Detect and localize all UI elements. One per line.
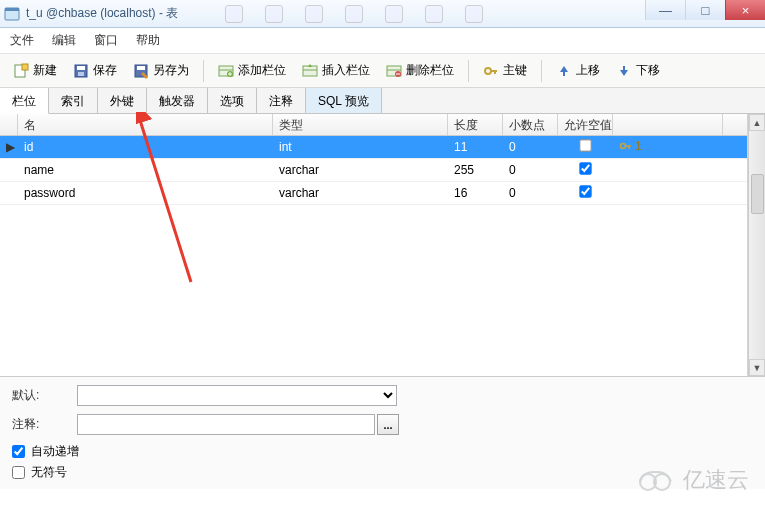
default-label: 默认: bbox=[12, 387, 77, 404]
saveas-label: 另存为 bbox=[153, 62, 189, 79]
tab-fk[interactable]: 外键 bbox=[98, 88, 147, 113]
move-down-button[interactable]: 下移 bbox=[609, 58, 667, 83]
cell-decimals[interactable]: 0 bbox=[503, 184, 558, 202]
add-field-label: 添加栏位 bbox=[238, 62, 286, 79]
allow-null-checkbox[interactable] bbox=[579, 139, 591, 151]
insert-field-label: 插入栏位 bbox=[322, 62, 370, 79]
vertical-scrollbar[interactable]: ▲ ▼ bbox=[748, 114, 765, 376]
move-down-label: 下移 bbox=[636, 62, 660, 79]
key-icon bbox=[483, 63, 499, 79]
menu-help[interactable]: 帮助 bbox=[136, 32, 160, 49]
header-keys[interactable] bbox=[613, 114, 723, 135]
cell-allow-null[interactable] bbox=[558, 137, 613, 157]
key-icon bbox=[619, 139, 633, 153]
unsigned-checkbox[interactable] bbox=[12, 466, 25, 479]
auto-increment-checkbox[interactable] bbox=[12, 445, 25, 458]
tab-options[interactable]: 选项 bbox=[208, 88, 257, 113]
table-row[interactable]: password varchar 16 0 bbox=[0, 182, 747, 205]
cell-type[interactable]: varchar bbox=[273, 184, 448, 202]
svg-rect-5 bbox=[77, 66, 85, 70]
header-type[interactable]: 类型 bbox=[273, 114, 448, 135]
new-icon bbox=[13, 63, 29, 79]
saveas-button[interactable]: 另存为 bbox=[126, 58, 196, 83]
svg-rect-1 bbox=[5, 8, 19, 11]
tab-label: SQL 预览 bbox=[318, 94, 369, 108]
pk-number: 1 bbox=[635, 139, 642, 153]
allow-null-checkbox[interactable] bbox=[579, 185, 591, 197]
cell-decimals[interactable]: 0 bbox=[503, 138, 558, 156]
cell-primary-key[interactable] bbox=[613, 168, 723, 172]
tab-indexes[interactable]: 索引 bbox=[49, 88, 98, 113]
scrollbar-thumb[interactable] bbox=[751, 174, 764, 214]
maximize-button[interactable]: □ bbox=[685, 0, 725, 20]
scroll-up-button[interactable]: ▲ bbox=[749, 114, 765, 131]
row-pointer-icon bbox=[0, 168, 18, 172]
cell-allow-null[interactable] bbox=[558, 160, 613, 180]
comment-input[interactable] bbox=[77, 414, 375, 435]
tab-label: 触发器 bbox=[159, 94, 195, 108]
window-title: t_u @chbase (localhost) - 表 bbox=[26, 5, 178, 22]
svg-point-20 bbox=[485, 68, 491, 74]
tab-fields[interactable]: 栏位 bbox=[0, 88, 49, 114]
tab-sql-preview[interactable]: SQL 预览 bbox=[306, 88, 382, 113]
cell-name[interactable]: password bbox=[18, 184, 273, 202]
new-button[interactable]: 新建 bbox=[6, 58, 64, 83]
separator bbox=[468, 60, 469, 82]
add-field-button[interactable]: 添加栏位 bbox=[211, 58, 293, 83]
watermark: 亿速云 bbox=[637, 465, 749, 495]
svg-rect-3 bbox=[22, 64, 28, 70]
cell-length[interactable]: 255 bbox=[448, 161, 503, 179]
table-row[interactable]: name varchar 255 0 bbox=[0, 159, 747, 182]
close-button[interactable]: × bbox=[725, 0, 765, 20]
comment-more-button[interactable]: ... bbox=[377, 414, 399, 435]
tab-label: 外键 bbox=[110, 94, 134, 108]
fields-table-pane: 名 类型 长度 小数点 允许空值 ( ▶ id int 11 0 1 name … bbox=[0, 114, 765, 377]
primary-key-button[interactable]: 主键 bbox=[476, 58, 534, 83]
scroll-down-button[interactable]: ▼ bbox=[749, 359, 765, 376]
cell-name[interactable]: name bbox=[18, 161, 273, 179]
menu-window[interactable]: 窗口 bbox=[94, 32, 118, 49]
cell-type[interactable]: int bbox=[273, 138, 448, 156]
cell-name[interactable]: id bbox=[18, 138, 273, 156]
move-up-button[interactable]: 上移 bbox=[549, 58, 607, 83]
unsigned-label: 无符号 bbox=[31, 464, 67, 481]
window-buttons: — □ × bbox=[645, 0, 765, 20]
cell-length[interactable]: 11 bbox=[448, 138, 503, 156]
delete-field-icon bbox=[386, 63, 402, 79]
tab-label: 索引 bbox=[61, 94, 85, 108]
cell-decimals[interactable]: 0 bbox=[503, 161, 558, 179]
table-body: ▶ id int 11 0 1 name varchar 255 0 passw… bbox=[0, 136, 747, 376]
tab-triggers[interactable]: 触发器 bbox=[147, 88, 208, 113]
header-length[interactable]: 长度 bbox=[448, 114, 503, 135]
table-row[interactable]: ▶ id int 11 0 1 bbox=[0, 136, 747, 159]
minimize-button[interactable]: — bbox=[645, 0, 685, 20]
tab-label: 栏位 bbox=[12, 94, 36, 108]
menu-edit[interactable]: 编辑 bbox=[52, 32, 76, 49]
primary-key-label: 主键 bbox=[503, 62, 527, 79]
watermark-icon bbox=[637, 467, 677, 493]
menu-file[interactable]: 文件 bbox=[10, 32, 34, 49]
saveas-icon bbox=[133, 63, 149, 79]
header-decimals[interactable]: 小数点 bbox=[503, 114, 558, 135]
header-selector[interactable] bbox=[0, 114, 18, 135]
row-pointer-icon bbox=[0, 191, 18, 195]
delete-field-button[interactable]: 删除栏位 bbox=[379, 58, 461, 83]
allow-null-checkbox[interactable] bbox=[579, 162, 591, 174]
toolbar: 新建 保存 另存为 添加栏位 插入栏位 删除栏位 主键 上移 下移 bbox=[0, 54, 765, 88]
watermark-text: 亿速云 bbox=[683, 465, 749, 495]
cell-primary-key[interactable] bbox=[613, 191, 723, 195]
save-label: 保存 bbox=[93, 62, 117, 79]
cell-length[interactable]: 16 bbox=[448, 184, 503, 202]
table-header: 名 类型 长度 小数点 允许空值 ( bbox=[0, 114, 747, 136]
header-allow-null[interactable]: 允许空值 ( bbox=[558, 114, 613, 135]
tab-comments[interactable]: 注释 bbox=[257, 88, 306, 113]
save-button[interactable]: 保存 bbox=[66, 58, 124, 83]
cell-primary-key[interactable]: 1 bbox=[613, 137, 723, 158]
new-label: 新建 bbox=[33, 62, 57, 79]
cell-allow-null[interactable] bbox=[558, 183, 613, 203]
header-name[interactable]: 名 bbox=[18, 114, 273, 135]
menu-bar: 文件 编辑 窗口 帮助 bbox=[0, 28, 765, 54]
default-select[interactable] bbox=[77, 385, 397, 406]
insert-field-button[interactable]: 插入栏位 bbox=[295, 58, 377, 83]
cell-type[interactable]: varchar bbox=[273, 161, 448, 179]
